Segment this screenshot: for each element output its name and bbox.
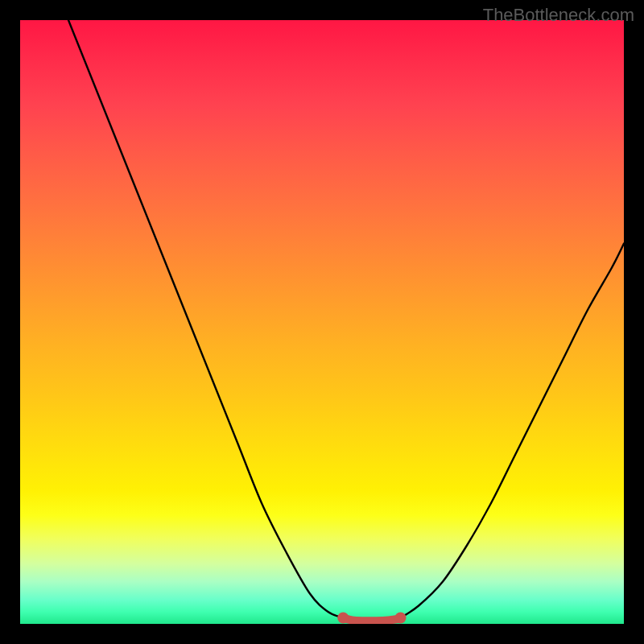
watermark-text: TheBottleneck.com [483,5,634,26]
curve-right [401,244,625,618]
highlight-dot-left [337,613,349,624]
highlight-dot-right [395,613,407,624]
curve-left [68,20,343,618]
plot-area [20,20,624,624]
curve-bottom-highlight [343,618,400,621]
chart-svg [20,20,624,624]
